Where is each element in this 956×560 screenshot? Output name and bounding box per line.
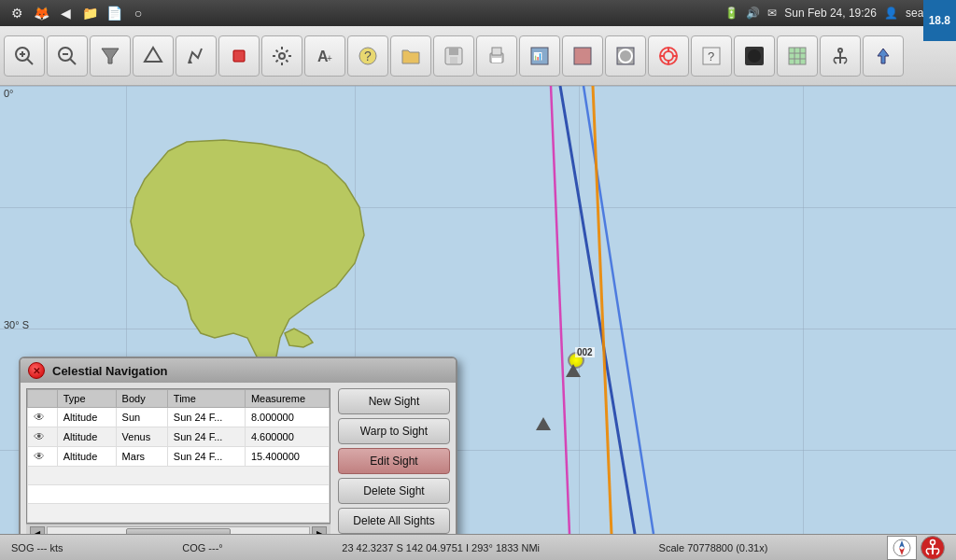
grid-line-v2 [579, 86, 580, 534]
dialog-titlebar: ✕ Celestial Navigation [21, 358, 456, 383]
celestial-navigation-dialog: ✕ Celestial Navigation Type Body Time [19, 357, 457, 534]
camera-button[interactable] [734, 35, 775, 77]
back-icon[interactable]: ◀ [56, 4, 75, 22]
datetime: Sun Feb 24, 19:26 [784, 7, 877, 20]
settings-button[interactable] [261, 35, 302, 77]
sight-table: Type Body Time Measureme 👁 Altitude [27, 389, 330, 523]
battery-icon: 🔋 [724, 7, 738, 20]
waypoint-label: 002 [575, 347, 595, 357]
dialog-close-button[interactable]: ✕ [28, 362, 45, 379]
coordinates-display: 23 42.3237 S 142 04.9751 I 293° 1833 NMi [342, 542, 540, 553]
scroll-thumb[interactable] [126, 528, 231, 534]
grid-button[interactable] [777, 35, 818, 77]
svg-text:+: + [327, 53, 332, 63]
svg-point-28 [664, 51, 673, 61]
map-area[interactable]: 0° 30° S 60° 002 ✕ Celestial Navigation [0, 86, 956, 534]
sog-display: SOG --- kts [11, 542, 63, 553]
row-body-3: Mars [116, 447, 167, 467]
table-row[interactable]: 👁 Altitude Venus Sun 24 F... 4.600000 [28, 427, 330, 447]
email-icon: ✉ [767, 7, 777, 20]
chart3-button[interactable] [605, 35, 646, 77]
help-query-button[interactable]: ? [347, 35, 388, 77]
svg-text:?: ? [708, 49, 714, 63]
row-type-3: Altitude [57, 447, 116, 467]
scroll-left-button[interactable]: ◀ [30, 526, 45, 534]
row-measurement-1: 8.000000 [245, 408, 329, 427]
svg-line-47 [583, 86, 654, 534]
chart2-button[interactable] [562, 35, 603, 77]
svg-point-42 [838, 49, 842, 52]
firefox-icon[interactable]: 🦊 [32, 4, 50, 22]
chart1-button[interactable]: 📊 [519, 35, 560, 77]
row-eye-2: 👁 [28, 427, 58, 447]
app-menu-icon[interactable]: ⚙ [7, 4, 26, 22]
table-row[interactable]: 👁 Altitude Sun Sun 24 F... 8.000000 [28, 408, 330, 427]
route-button[interactable] [176, 35, 217, 77]
row-measurement-3: 15.400000 [245, 447, 329, 467]
row-time-3: Sun 24 F... [167, 447, 245, 467]
svg-rect-18 [450, 57, 457, 63]
measure-button[interactable] [133, 35, 174, 77]
warp-sight-button[interactable]: Warp to Sight [338, 418, 450, 444]
row-type-1: Altitude [57, 408, 116, 427]
australia-landmass [112, 133, 429, 375]
svg-point-11 [279, 53, 285, 59]
zoom-in-button[interactable] [4, 35, 45, 77]
open-button[interactable] [390, 35, 431, 77]
svg-line-49 [551, 86, 569, 534]
svg-rect-10 [233, 50, 245, 62]
grid-line-h0 [0, 86, 956, 87]
doc-icon[interactable]: 📄 [105, 4, 123, 22]
row-eye-1: 👁 [28, 408, 58, 427]
svg-line-48 [593, 86, 612, 534]
svg-point-53 [930, 539, 935, 544]
folder-icon[interactable]: 📁 [80, 4, 99, 22]
system-bar: ⚙ 🦊 ◀ 📁 📄 ○ 🔋 🔊 ✉ Sun Feb 24, 19:26 👤 se… [0, 0, 956, 26]
lat-label-30s: 30° S [4, 319, 29, 330]
delete-sight-button[interactable]: Delete Sight [338, 478, 450, 504]
dialog-body: Type Body Time Measureme 👁 Altitude [21, 383, 456, 534]
scroll-right-button[interactable]: ▶ [312, 526, 327, 534]
svg-line-5 [70, 59, 76, 64]
new-sight-button[interactable]: New Sight [338, 388, 450, 414]
text-button[interactable]: A+ [304, 35, 345, 77]
table-scrollbar: ◀ ▶ [26, 524, 330, 534]
anchor-button[interactable] [820, 35, 861, 77]
svg-rect-20 [492, 48, 501, 55]
sight-buttons-panel: New Sight Warp to Sight Edit Sight Delet… [338, 388, 450, 534]
print-button[interactable] [476, 35, 517, 77]
lifering-button[interactable] [648, 35, 689, 77]
sys-right: 🔋 🔊 ✉ Sun Feb 24, 19:26 👤 sean ⏻ [724, 7, 949, 20]
help2-button[interactable]: ? [691, 35, 732, 77]
compass-widget[interactable] [887, 536, 917, 560]
table-row[interactable]: 👁 Altitude Mars Sun 24 F... 15.400000 [28, 447, 330, 467]
filter-button[interactable] [90, 35, 131, 77]
col-header-type: Type [57, 390, 116, 408]
svg-rect-37 [789, 48, 806, 64]
col-header-time: Time [167, 390, 245, 408]
svg-text:?: ? [364, 49, 372, 63]
sight-table-area: Type Body Time Measureme 👁 Altitude [26, 388, 330, 524]
circle-icon[interactable]: ○ [129, 4, 148, 22]
col-header-measurement: Measureme [245, 390, 329, 408]
svg-line-1 [27, 59, 33, 64]
mark-button[interactable] [218, 35, 260, 77]
table-row-empty [28, 504, 330, 523]
svg-rect-21 [492, 58, 501, 63]
svg-rect-24 [574, 48, 591, 64]
zoom-out-button[interactable] [47, 35, 88, 77]
scroll-track[interactable] [47, 526, 310, 534]
col-header-body: Body [116, 390, 167, 408]
dialog-title: Celestial Navigation [52, 364, 168, 378]
grid-line-v3 [803, 86, 804, 534]
volume-icon: 🔊 [746, 7, 760, 20]
save-button[interactable] [433, 35, 474, 77]
anchor-widget[interactable] [921, 536, 945, 560]
sys-left: ⚙ 🦊 ◀ 📁 📄 ○ [7, 4, 148, 22]
edit-sight-button[interactable]: Edit Sight [338, 448, 450, 474]
row-eye-3: 👁 [28, 447, 58, 467]
delete-all-sights-button[interactable]: Delete All Sights [338, 508, 450, 534]
row-body-2: Venus [116, 427, 167, 447]
col-header-eye [28, 390, 58, 408]
download-button[interactable] [863, 35, 904, 77]
